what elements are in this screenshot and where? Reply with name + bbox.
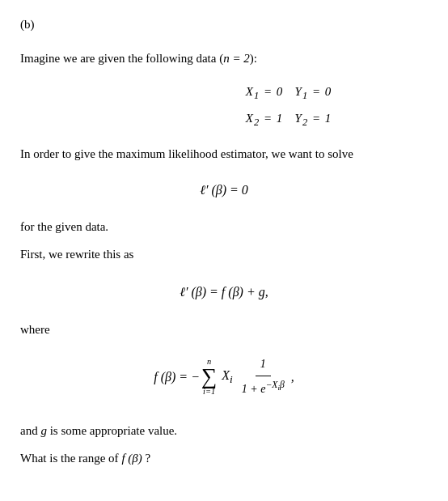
fraction-denominator: 1 + e−Xiβ [239,376,288,398]
eq-line-1: X1 = 0 Y1 = 0 [243,79,335,106]
intro-math: n = 2 [223,52,250,65]
ell-rewrite-equation: ℓ′ (β) = f (β) + g, [20,282,428,303]
range-f-text: f (β) [121,452,142,465]
and-text: and [20,424,40,437]
intro-text: Imagine we are given the following data … [20,52,223,65]
fraction: 1 1 + e−Xiβ [239,355,288,397]
where-paragraph: where [20,320,428,339]
rewrite-text: First, we rewrite this as [20,248,133,261]
eq-line-2: X2 = 1 Y2 = 1 [243,106,335,133]
fraction-numerator: 1 [256,355,271,376]
intro-paragraph: Imagine we are given the following data … [20,49,428,68]
for-given-paragraph: for the given data. [20,217,428,236]
for-given-text: for the given data. [20,220,108,233]
and-g-paragraph: and g is some appropriate value. [20,421,428,440]
g-italic: g [40,424,47,437]
range-question: What is the range of f (β) ? [20,448,428,468]
section-label: (b) [20,15,428,34]
range-q2-text: ? [146,452,151,465]
intro-end: ): [250,52,257,65]
sigma-symbol: n ∑ i=1 [201,357,217,397]
range-q-text: What is the range of [20,452,119,465]
purpose-paragraph: In order to give the maximum likelihood … [20,144,428,163]
ell-prime-equation: ℓ′ (β) = 0 [20,180,428,201]
rewrite-paragraph: First, we rewrite this as [20,244,428,264]
data-equations: X1 = 0 Y1 = 0 X2 = 1 Y2 = 1 [114,79,335,133]
where-text: where [20,323,50,336]
and-g-rest: is some appropriate value. [47,424,177,437]
fbeta-equation: f (β) = − n ∑ i=1 Xi 1 1 + e−Xiβ , [20,355,428,397]
purpose-text: In order to give the maximum likelihood … [20,147,353,160]
